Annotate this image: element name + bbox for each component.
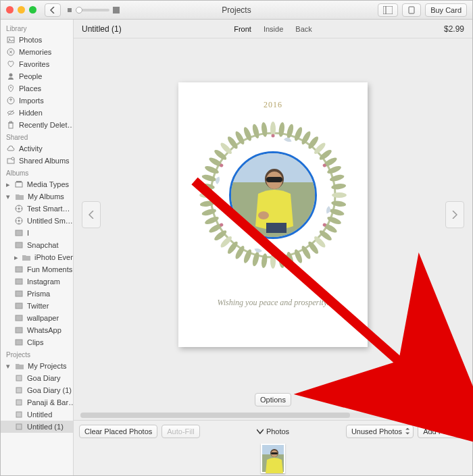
cloud-icon — [6, 144, 16, 153]
wreath-graphic — [192, 114, 354, 276]
sidebar-item-untitled-1-[interactable]: Untitled (1) — [1, 421, 73, 433]
thumbnail-size-slider[interactable] — [76, 9, 109, 11]
sidebar-item-iphoto-events[interactable]: ▸iPhoto Events — [1, 251, 73, 263]
sidebar-item-hidden[interactable]: Hidden — [1, 107, 73, 119]
card-message-text: Wishing you peace and prosperity. — [217, 298, 328, 308]
close-window-button[interactable] — [6, 6, 14, 14]
photo-tray-toggle[interactable]: Photos — [257, 427, 289, 435]
sidebar-section-albums: Albums — [1, 167, 73, 178]
svg-rect-27 — [16, 291, 22, 296]
card-photo-slot[interactable] — [229, 151, 317, 239]
disclosure-down-icon: ▾ — [6, 192, 11, 201]
view-toggle-button[interactable] — [378, 3, 398, 17]
svg-rect-28 — [16, 303, 22, 309]
sidebar-item-memories[interactable]: Memories — [1, 46, 73, 58]
tray-photo-thumbnail[interactable] — [261, 444, 285, 473]
sidebar-item-label: Shared Albums — [19, 157, 70, 165]
svg-rect-97 — [266, 223, 287, 233]
sidebar-item-label: WhatsApp — [27, 326, 61, 334]
album-icon — [14, 338, 24, 347]
price-label: $2.99 — [444, 24, 464, 34]
back-button[interactable] — [45, 3, 61, 17]
album-icon — [14, 289, 24, 298]
sidebar-item-imports[interactable]: Imports — [1, 95, 73, 107]
minimize-window-button[interactable] — [18, 6, 25, 14]
clear-placed-photos-button[interactable]: Clear Placed Photos — [79, 425, 157, 438]
svg-rect-18 — [16, 181, 22, 182]
sidebar-item-label: iPhoto Events — [34, 253, 73, 261]
photo-filter-select[interactable]: Unused Photos — [346, 425, 414, 438]
sidebar-item-my-albums[interactable]: ▾ My Albums — [1, 190, 73, 203]
sidebar: Library PhotosMemoriesFavoritesPeoplePla… — [1, 20, 74, 475]
photo-filter-value: Unused Photos — [351, 427, 402, 435]
sidebar-item-panaji-bar-[interactable]: Panaji & Bar… — [1, 396, 73, 408]
disclosure-right-icon: ▸ — [6, 180, 11, 189]
sidebar-item-label: Instagram — [27, 277, 60, 286]
prev-page-button[interactable] — [82, 201, 101, 228]
orientation-button[interactable] — [402, 3, 421, 17]
sidebar-item-i[interactable]: I — [1, 227, 73, 239]
svg-rect-2 — [383, 6, 393, 14]
sidebar-item-label: Goa Diary — [27, 374, 61, 382]
sidebar-item-untitled[interactable]: Untitled — [1, 408, 73, 421]
auto-fill-button[interactable]: Auto-Fill — [161, 425, 199, 438]
sidebar-item-test-smart-[interactable]: Test Smart… — [1, 203, 73, 215]
card-options-button[interactable]: Options — [255, 393, 291, 406]
sidebar-item-goa-diary[interactable]: Goa Diary — [1, 372, 73, 384]
sidebar-item-twitter[interactable]: Twitter — [1, 300, 73, 312]
sidebar-item-whatsapp[interactable]: WhatsApp — [1, 324, 73, 336]
sidebar-item-photos[interactable]: Photos — [1, 34, 73, 46]
fullscreen-window-button[interactable] — [29, 6, 36, 14]
places-icon — [6, 84, 16, 93]
folder-icon — [15, 361, 24, 371]
sidebar-item-clips[interactable]: Clips — [1, 336, 73, 348]
sidebar-item-places[interactable]: Places — [1, 82, 73, 95]
add-photos-button[interactable]: Add Photos — [418, 425, 467, 438]
sidebar-item-my-projects[interactable]: ▾ My Projects — [1, 360, 73, 372]
card-preview[interactable]: 2016 — [178, 82, 368, 347]
tab-back[interactable]: Back — [295, 25, 312, 33]
folder-icon — [22, 253, 31, 262]
svg-rect-26 — [16, 279, 22, 284]
sidebar-item-media-types[interactable]: ▸ Media Types — [1, 178, 73, 190]
svg-point-67 — [272, 253, 275, 256]
sidebar-item-people[interactable]: People — [1, 70, 73, 82]
photo-tray — [74, 442, 472, 475]
sidebar-item-wallpaper[interactable]: wallpaper — [1, 312, 73, 324]
svg-rect-100 — [271, 452, 278, 454]
tab-inside[interactable]: Inside — [264, 25, 283, 33]
book-icon — [14, 398, 24, 407]
sidebar-item-goa-diary-1-[interactable]: Goa Diary (1) — [1, 384, 73, 396]
disclosure-right-icon: ▸ — [14, 253, 18, 262]
svg-rect-14 — [10, 122, 12, 123]
svg-rect-33 — [16, 388, 22, 393]
card-year-text: 2016 — [264, 100, 282, 110]
sidebar-item-fun-moments[interactable]: Fun Moments — [1, 263, 73, 275]
svg-rect-35 — [16, 412, 22, 417]
sidebar-item-label: Places — [19, 84, 41, 92]
sidebar-item-label: Untitled Sm… — [27, 217, 73, 225]
disclosure-down-icon: ▾ — [6, 362, 11, 371]
sidebar-item-recently-delet-[interactable]: Recently Delet… — [1, 119, 73, 131]
sidebar-item-favorites[interactable]: Favorites — [1, 58, 73, 70]
buy-card-button[interactable]: Buy Card — [425, 3, 467, 17]
svg-rect-12 — [9, 123, 13, 128]
sidebar-item-label: Memories — [19, 48, 51, 56]
sidebar-item-label: Panaji & Bar… — [27, 398, 73, 406]
tab-front[interactable]: Front — [234, 25, 251, 33]
svg-rect-29 — [16, 315, 22, 321]
svg-rect-25 — [16, 267, 22, 272]
sidebar-item-shared-albums[interactable]: Shared Albums — [1, 155, 73, 167]
sidebar-item-prisma[interactable]: Prisma — [1, 288, 73, 300]
sidebar-item-snapchat[interactable]: Snapchat — [1, 239, 73, 251]
shared-icon — [6, 156, 16, 165]
stack-icon — [14, 180, 24, 189]
next-page-button[interactable] — [445, 201, 464, 228]
sidebar-item-untitled-sm-[interactable]: Untitled Sm… — [1, 215, 73, 227]
horizontal-scrollbar[interactable] — [74, 411, 472, 420]
sidebar-item-instagram[interactable]: Instagram — [1, 275, 73, 288]
sidebar-item-label: People — [19, 72, 42, 80]
photo-tray-toolbar: Clear Placed Photos Auto-Fill Photos Unu… — [74, 420, 472, 442]
sidebar-section-library: Library — [1, 22, 73, 34]
sidebar-item-activity[interactable]: Activity — [1, 142, 73, 155]
